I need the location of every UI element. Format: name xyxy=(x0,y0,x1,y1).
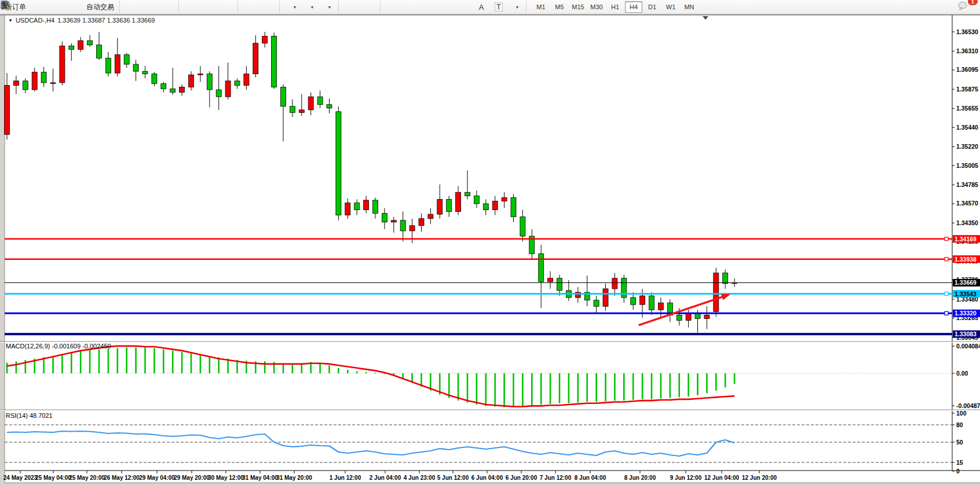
candle xyxy=(142,71,148,74)
vertical-line-tool-button[interactable] xyxy=(386,0,403,14)
timeframe-D1[interactable]: D1 xyxy=(643,1,661,13)
candle xyxy=(336,112,341,215)
crosshair-tool-button[interactable] xyxy=(361,0,379,14)
indicators-button[interactable]: ▼ xyxy=(285,0,302,14)
time-tick-label: 29 May 04:00 xyxy=(139,475,175,481)
time-tick-label: 25 May 04:00 xyxy=(35,475,71,481)
main-toolbar: 新订单 自动交易 xyxy=(0,0,980,14)
search-button[interactable] xyxy=(936,0,953,14)
candle xyxy=(152,74,157,84)
candle xyxy=(41,72,46,83)
candle xyxy=(483,204,488,210)
notification-badge: 1 xyxy=(968,0,978,5)
candle xyxy=(235,81,240,86)
notifications-button[interactable]: 1 xyxy=(957,0,974,14)
signal-button[interactable] xyxy=(65,0,82,14)
candle xyxy=(465,192,470,196)
candle xyxy=(13,81,19,86)
text-label-tool-button[interactable]: T xyxy=(490,0,507,14)
candle xyxy=(409,226,415,231)
support-line-1-price-label: 1.33543 xyxy=(955,291,977,297)
candle xyxy=(32,72,37,90)
candle xyxy=(244,74,249,86)
timeframe-W1[interactable]: W1 xyxy=(662,1,679,13)
resistance-line-1-handle[interactable] xyxy=(945,237,948,241)
trendline-tool-button[interactable] xyxy=(420,0,438,14)
timeframe-M15[interactable]: M15 xyxy=(569,1,587,13)
support-line-3-price-label: 1.33083 xyxy=(955,330,977,337)
price-tick-label: 1.34350 xyxy=(956,219,978,226)
time-tick-label: 8 Jun 20:00 xyxy=(624,475,656,481)
horizontal-line-tool-button[interactable] xyxy=(403,0,420,14)
chart-canvas[interactable]: 1.365301.363101.360951.358751.356551.354… xyxy=(0,0,980,485)
arrows-tool-button[interactable]: ▼ xyxy=(507,0,525,14)
toolbar-separator xyxy=(380,1,385,13)
candle xyxy=(548,278,553,282)
price-tick-label: 1.35655 xyxy=(956,105,978,112)
price-tick-label: 1.36310 xyxy=(956,47,978,54)
candle xyxy=(115,54,120,73)
text-t-icon: T xyxy=(495,2,502,12)
candle xyxy=(364,200,369,210)
price-tick-label: 1.35005 xyxy=(956,162,978,169)
fibonacci-tool-button[interactable]: F xyxy=(455,0,473,14)
timeframe-M5[interactable]: M5 xyxy=(551,1,568,13)
timeframe-MN[interactable]: MN xyxy=(681,1,698,13)
candle xyxy=(161,83,166,89)
timeframe-M30[interactable]: M30 xyxy=(588,1,605,13)
candle xyxy=(170,89,175,92)
candle xyxy=(447,199,452,211)
zoom-out-button[interactable] xyxy=(202,0,219,14)
timeframe-M1[interactable]: M1 xyxy=(532,1,550,13)
candle xyxy=(640,296,645,304)
bar-chart-mode-button[interactable] xyxy=(125,0,142,14)
support-line-1-handle[interactable] xyxy=(945,292,948,296)
candle xyxy=(391,221,396,222)
periods-button[interactable]: ▼ xyxy=(302,0,320,14)
candle xyxy=(290,106,295,113)
publisher-button[interactable] xyxy=(30,0,47,14)
candle xyxy=(97,45,102,58)
zoom-in-button[interactable] xyxy=(184,0,202,14)
price-tick-label: 1.36095 xyxy=(956,66,978,73)
templates-button[interactable]: ▼ xyxy=(320,0,337,14)
timeframe-H1[interactable]: H1 xyxy=(606,1,624,13)
resistance-line-2-handle[interactable] xyxy=(945,258,948,261)
chart-shift-button[interactable] xyxy=(261,0,278,14)
profile-button[interactable] xyxy=(47,0,65,14)
toolbar-separator xyxy=(119,1,124,13)
candle xyxy=(723,273,728,284)
time-tick-label: 29 May 20:00 xyxy=(174,475,210,481)
candle xyxy=(428,214,433,219)
line-chart-mode-button[interactable] xyxy=(160,0,177,14)
time-tick-label: 6 Jun 04:00 xyxy=(471,475,503,481)
candle xyxy=(621,278,627,297)
tile-windows-button[interactable] xyxy=(219,0,236,14)
candle xyxy=(216,90,221,97)
candle xyxy=(189,75,194,87)
cursor-tool-button[interactable] xyxy=(344,0,361,14)
price-tick-label: 1.35440 xyxy=(956,124,978,131)
ohlc-values: 1.33639 1.33687 1.33636 1.33669 xyxy=(57,17,155,24)
text-tool-button[interactable]: A xyxy=(473,0,490,14)
candle xyxy=(272,36,277,87)
support-line-2-handle[interactable] xyxy=(945,311,948,315)
candle xyxy=(225,81,231,97)
time-tick-label: 26 May 12:00 xyxy=(104,475,140,481)
chart-window-title[interactable]: ▼ USDCAD-,H4 1.33639 1.33687 1.33636 1.3… xyxy=(8,17,155,24)
candle xyxy=(207,74,212,90)
toolbar-separator xyxy=(237,1,242,13)
auto-scroll-button[interactable] xyxy=(243,0,261,14)
rsi-axis-label: 15 xyxy=(956,459,963,466)
timeframe-H4[interactable]: H4 xyxy=(625,1,642,13)
time-tick-label: 8 Jun 04:00 xyxy=(575,475,606,481)
candlestick-mode-button[interactable] xyxy=(142,0,160,14)
candle xyxy=(124,54,129,64)
rsi-axis-label: 80 xyxy=(956,421,963,428)
toolbar-right-icons: 1 xyxy=(936,0,979,14)
collapse-triangle-icon: ▼ xyxy=(8,18,13,23)
auto-trading-button[interactable]: 自动交易 xyxy=(82,0,118,14)
toolbar-separator xyxy=(279,1,284,13)
channel-tool-button[interactable]: E xyxy=(438,0,455,14)
price-tick-label: 1.34785 xyxy=(956,181,978,188)
